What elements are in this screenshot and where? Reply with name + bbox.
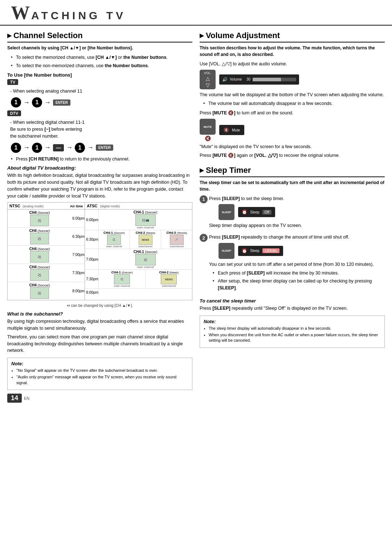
channel-selection-heading: ▸ Channel Selection	[7, 31, 192, 42]
about-digital-text: With its high definition broadcast, digi…	[7, 172, 192, 199]
mute-remote-icon: MUTE	[200, 119, 216, 135]
ntsc-row-3: CH4 (Soccer) ⚽ 7:00pm	[8, 246, 85, 264]
atsc-row-2: 6:30pm CH4-1 (Soccer) ⚽ main channel CH4…	[85, 230, 192, 249]
channel-note-box: Note: "No Signal" will appear on the TV …	[7, 358, 192, 390]
header-w: W	[11, 4, 30, 23]
note-title: Note:	[11, 361, 188, 366]
what-subchannel-heading: What is the subchannel?	[7, 311, 192, 317]
header-title: ATCHING TV	[30, 9, 126, 22]
about-digital-heading: About digital TV broadcasting:	[7, 165, 192, 171]
vol-remote-label: VOL.	[204, 71, 212, 75]
mute-bar: 🔇 Mute	[219, 125, 244, 135]
list-item-each-press: Each press of [SLEEP] will increase the …	[213, 270, 385, 277]
step-2-number: 2	[200, 234, 208, 242]
volume-display: VOL. △ ▽ 🔊 Volume 30	[200, 70, 385, 89]
mute-symbol: 🔇	[205, 135, 211, 141]
step2-content: Press [SLEEP] repeatedly to change the a…	[209, 234, 385, 294]
digital-channel-diagram: 1 → 1 → — → 1 → ENTER	[11, 143, 192, 153]
arrow-d3: →	[66, 144, 73, 151]
sleep-clock-icon-2: ⏰	[242, 248, 247, 253]
mute-x-icon: 🔇	[224, 127, 229, 133]
vol-bar-outer	[253, 78, 296, 81]
sleep-label-1: Sleep	[250, 210, 260, 214]
sleep-remote-2: SLEEP	[219, 243, 234, 259]
step2-desc: You can set your unit to turn off after …	[209, 261, 385, 268]
list-item: "Audio only program" message will appear…	[16, 374, 188, 386]
use-number-heading: To Use [the Number buttons]	[7, 72, 192, 78]
ntsc-row-2: CH4 (Soccer) ⚽ 6:30pm	[8, 228, 85, 246]
sleep-note-title: Note:	[204, 319, 381, 324]
vol-bullet: ▸	[200, 31, 204, 40]
press-mute-text: Press [MUTE 🔇] to turn off and on the so…	[200, 110, 385, 117]
what-subchannel-text2: Therefore, you can select more than one …	[7, 334, 192, 354]
vol-remote-icon: VOL. △ ▽	[200, 70, 216, 89]
arrow-d2: →	[44, 144, 51, 151]
ntsc-label: NTSC	[9, 204, 20, 208]
step2-text: Press [SLEEP] repeatedly to change the a…	[209, 234, 385, 241]
mute-label: MUTE	[204, 125, 212, 129]
sleep-value-1: Off	[262, 210, 271, 215]
channel-bullets: To select the memorized channels, use [C…	[7, 54, 192, 69]
vol-bullets: The volume bar will automatically disapp…	[200, 100, 385, 107]
ntsc-sub: (analog mode)	[23, 204, 44, 208]
cancel-sleep-heading: To cancel the sleep timer	[200, 298, 385, 304]
step-1-number: 1	[200, 195, 208, 203]
enter-btn-digital: ENTER	[96, 145, 113, 151]
sleep-subtitle: The sleep timer can be set to automatica…	[200, 179, 385, 192]
ntsc-row-1: CH4 (Soccer) ⚽ 6:00pm	[8, 210, 85, 228]
arrow-1: →	[23, 99, 30, 106]
sleep-remote-1: SLEEP	[219, 204, 234, 220]
enter-btn-analog: ENTER	[53, 99, 70, 106]
sleep-bullets: Each press of [SLEEP] will increase the …	[209, 270, 385, 292]
sleep-label-2: Sleep	[250, 249, 260, 253]
sleep-note-box: Note: The sleep timer display will autom…	[200, 316, 385, 348]
cancel-sleep-text: Press [SLEEP] repeatedly until "Sleep Of…	[200, 305, 385, 312]
vol-bar-label: Volume	[230, 77, 244, 81]
page-footer: 14 EN	[0, 390, 392, 406]
list-item-auto-disappear: The volume bar will automatically disapp…	[203, 100, 385, 107]
what-subchannel-text: By using high compression technology, di…	[7, 318, 192, 332]
atsc-section: ATSC (digital mode) 6:00pm CH4-1 (Soccer…	[85, 203, 192, 300]
list-item: To select the non-memorized channels, us…	[11, 62, 192, 69]
vol-up-icon: △	[206, 76, 210, 81]
main-content: ▸ Channel Selection Select channels by u…	[0, 26, 392, 390]
ntsc-section: NTSC (analog mode) Air time CH4 (Soccer)…	[8, 203, 85, 300]
vol-down-icon: ▽	[206, 82, 210, 88]
atsc-row-3: 7:00pm CH4-1 (Soccer) ⚽ main channel	[85, 249, 192, 270]
step2-row: 2 Press [SLEEP] repeatedly to change the…	[200, 234, 385, 294]
num-1a: 1	[11, 97, 21, 107]
atsc-row-5: 8:00pm	[85, 289, 192, 296]
ntsc-row-4: CH4 (Soccer) ⚽ 7:30pm	[8, 264, 85, 282]
mute-bar-label: Mute	[232, 128, 240, 132]
list-item-ch-return: Press [CH RETURN] to return to the previ…	[11, 156, 192, 163]
num-1b: 1	[32, 97, 42, 107]
sleep-display-1: SLEEP ⏰ Sleep Off	[219, 204, 385, 220]
vol-number: 30	[246, 77, 250, 81]
tv-badge: TV	[7, 79, 18, 85]
speaker-icon: 🔊	[222, 77, 228, 82]
step1-text: Press [SLEEP] to set the sleep timer.	[209, 195, 385, 202]
note-list: "No Signal" will appear on the TV screen…	[11, 368, 188, 386]
list-item-after-setup: After setup, the sleep timer display can…	[213, 278, 385, 292]
arrow-d1: →	[23, 144, 30, 151]
volume-subtitle: This section describes how to adjust the…	[200, 45, 385, 58]
section-bullet: ▸	[7, 31, 11, 40]
num-d3: 1	[75, 143, 85, 153]
arrow-2: →	[44, 99, 51, 106]
list-item: The sleep timer display will automatical…	[209, 326, 381, 331]
use-vol-text: Use [VOL. △/▽] to adjust the audio volum…	[200, 61, 385, 68]
num-d2: 1	[32, 143, 42, 153]
channel-subtitle: Select channels by using [CH ▲/▼] or [th…	[7, 45, 192, 51]
mute-display: MUTE 🔇 🔇 Mute	[200, 119, 385, 141]
atsc-sub: (digital mode)	[100, 204, 120, 208]
sleep-bullet: ▸	[200, 166, 204, 175]
broadcast-caption: ⇔ can be changed by using [CH ▲/▼].	[7, 303, 192, 308]
list-item: "No Signal" will appear on the TV screen…	[16, 368, 188, 373]
vol-text1: The volume bar will be displayed at the …	[200, 92, 385, 98]
analog-channel-diagram: 1 → 1 → ENTER	[11, 97, 192, 107]
atsc-label: ATSC	[87, 204, 97, 208]
air-time-label: Air time	[70, 204, 83, 208]
num-d1: 1	[11, 143, 21, 153]
mute-recover-text: Press [MUTE 🔇] again or [VOL. △/▽] to re…	[200, 152, 385, 159]
ch-return-list: Press [CH RETURN] to return to the previ…	[7, 156, 192, 163]
